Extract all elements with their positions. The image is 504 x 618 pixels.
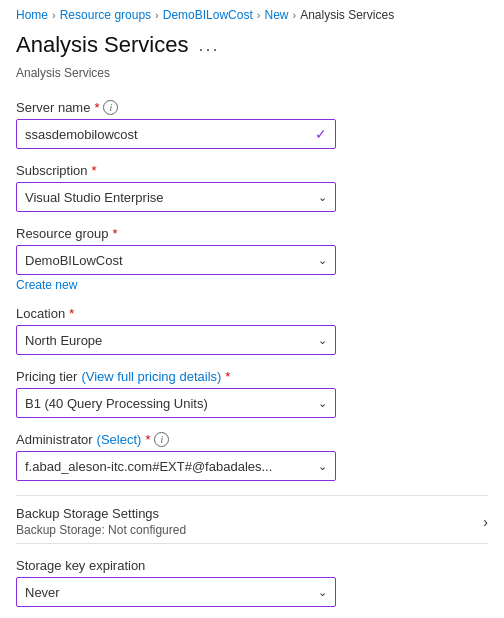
pricing-tier-group: Pricing tier (View full pricing details)…: [16, 369, 488, 418]
subscription-group: Subscription * Visual Studio Enterprise …: [16, 163, 488, 212]
breadcrumb: Home › Resource groups › DemoBILowCost ›…: [0, 0, 504, 28]
subscription-chevron-icon: ⌄: [318, 191, 327, 204]
administrator-group: Administrator (Select) * i f.abad_aleson…: [16, 432, 488, 481]
breadcrumb-current: Analysis Services: [300, 8, 394, 22]
administrator-select-link[interactable]: (Select): [97, 432, 142, 447]
backup-storage-subtitle: Backup Storage: Not configured: [16, 523, 186, 537]
resource-group-required: *: [113, 226, 118, 241]
resource-group-chevron-icon: ⌄: [318, 254, 327, 267]
backup-storage-chevron-icon: ›: [483, 514, 488, 530]
pricing-tier-label: Pricing tier (View full pricing details)…: [16, 369, 488, 384]
subscription-dropdown[interactable]: Visual Studio Enterprise ⌄: [16, 182, 336, 212]
pricing-details-link[interactable]: (View full pricing details): [81, 369, 221, 384]
more-options-icon[interactable]: ...: [198, 35, 219, 56]
location-value: North Europe: [25, 333, 318, 348]
resource-group-dropdown[interactable]: DemoBILowCost ⌄: [16, 245, 336, 275]
location-dropdown[interactable]: North Europe ⌄: [16, 325, 336, 355]
backup-storage-title: Backup Storage Settings: [16, 506, 186, 521]
resource-group-label: Resource group *: [16, 226, 488, 241]
location-label: Location *: [16, 306, 488, 321]
administrator-required: *: [145, 432, 150, 447]
backup-storage-section[interactable]: Backup Storage Settings Backup Storage: …: [16, 495, 488, 544]
server-name-label: Server name * i: [16, 100, 488, 115]
resource-group-group: Resource group * DemoBILowCost ⌄ Create …: [16, 226, 488, 292]
administrator-chevron-icon: ⌄: [318, 460, 327, 473]
storage-key-label: Storage key expiration: [16, 558, 488, 573]
pricing-required: *: [225, 369, 230, 384]
server-name-required: *: [94, 100, 99, 115]
server-name-group: Server name * i ssasdemobilowcost ✓: [16, 100, 488, 149]
pricing-tier-dropdown[interactable]: B1 (40 Query Processing Units) ⌄: [16, 388, 336, 418]
breadcrumb-demo-bilowcost[interactable]: DemoBILowCost: [163, 8, 253, 22]
breadcrumb-home[interactable]: Home: [16, 8, 48, 22]
subscription-value: Visual Studio Enterprise: [25, 190, 318, 205]
server-name-input[interactable]: ssasdemobilowcost ✓: [16, 119, 336, 149]
form-container: Server name * i ssasdemobilowcost ✓ Subs…: [0, 92, 504, 618]
pricing-tier-value: B1 (40 Query Processing Units): [25, 396, 318, 411]
breadcrumb-new[interactable]: New: [264, 8, 288, 22]
administrator-value: f.abad_aleson-itc.com#EXT#@fabadales...: [25, 459, 318, 474]
server-name-value: ssasdemobilowcost: [25, 127, 315, 142]
breadcrumb-sep-3: ›: [257, 9, 261, 21]
server-name-check-icon: ✓: [315, 126, 327, 142]
location-chevron-icon: ⌄: [318, 334, 327, 347]
subscription-required: *: [92, 163, 97, 178]
administrator-input[interactable]: f.abad_aleson-itc.com#EXT#@fabadales... …: [16, 451, 336, 481]
server-name-info-icon[interactable]: i: [103, 100, 118, 115]
page-header: Analysis Services ...: [0, 28, 504, 66]
page-title: Analysis Services: [16, 32, 188, 58]
location-required: *: [69, 306, 74, 321]
pricing-tier-chevron-icon: ⌄: [318, 397, 327, 410]
create-new-link[interactable]: Create new: [16, 278, 77, 292]
administrator-label: Administrator (Select) * i: [16, 432, 488, 447]
page-subtitle: Analysis Services: [0, 66, 504, 92]
breadcrumb-sep-1: ›: [52, 9, 56, 21]
resource-group-value: DemoBILowCost: [25, 253, 318, 268]
breadcrumb-resource-groups[interactable]: Resource groups: [60, 8, 151, 22]
breadcrumb-sep-4: ›: [292, 9, 296, 21]
breadcrumb-sep-2: ›: [155, 9, 159, 21]
storage-key-value: Never: [25, 585, 318, 600]
storage-key-group: Storage key expiration Never ⌄: [16, 558, 488, 607]
backup-storage-content: Backup Storage Settings Backup Storage: …: [16, 506, 186, 537]
storage-key-chevron-icon: ⌄: [318, 586, 327, 599]
administrator-info-icon[interactable]: i: [154, 432, 169, 447]
location-group: Location * North Europe ⌄: [16, 306, 488, 355]
subscription-label: Subscription *: [16, 163, 488, 178]
storage-key-dropdown[interactable]: Never ⌄: [16, 577, 336, 607]
